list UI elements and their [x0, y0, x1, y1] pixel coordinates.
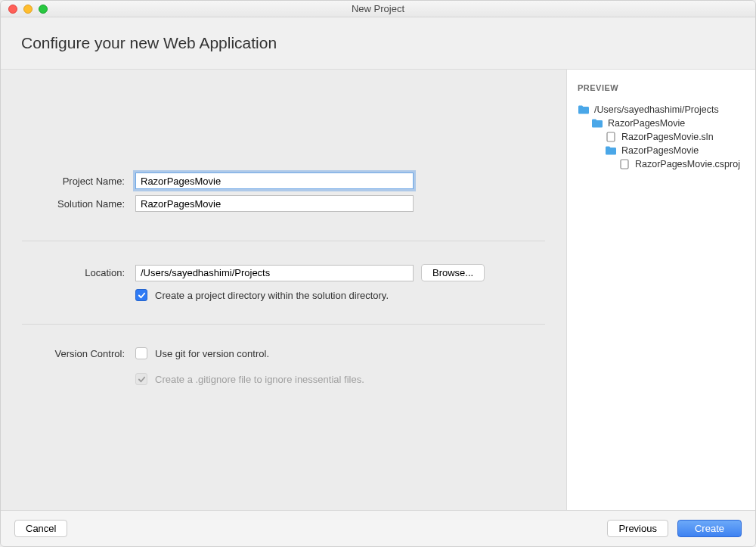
tree-item: /Users/sayedhashimi/Projects	[578, 103, 745, 117]
previous-button[interactable]: Previous	[607, 520, 668, 537]
preview-tree: /Users/sayedhashimi/ProjectsRazorPagesMo…	[578, 103, 745, 171]
preview-panel: PREVIEW /Users/sayedhashimi/ProjectsRazo…	[566, 70, 755, 510]
project-name-input[interactable]	[135, 172, 414, 189]
divider	[22, 324, 545, 325]
tree-item-label: RazorPagesMovie	[608, 118, 685, 129]
version-control-label: Version Control:	[22, 348, 135, 359]
check-icon	[138, 291, 146, 300]
location-label: Location:	[22, 267, 135, 278]
create-button[interactable]: Create	[677, 520, 742, 537]
folder-icon	[591, 118, 603, 129]
use-git-label: Use git for version control.	[155, 348, 269, 359]
tree-item: RazorPagesMovie.sln	[578, 130, 745, 144]
svg-rect-0	[607, 132, 615, 141]
tree-item-label: /Users/sayedhashimi/Projects	[594, 104, 719, 115]
file-icon	[605, 132, 617, 142]
footer: Cancel Previous Create	[1, 510, 755, 546]
page-title: Configure your new Web Application	[21, 34, 735, 52]
check-icon	[138, 375, 146, 384]
create-project-dir-checkbox[interactable]	[135, 289, 147, 301]
main-content: Project Name: Solution Name: Location: B…	[1, 70, 755, 510]
tree-item: RazorPagesMovie	[578, 144, 745, 157]
tree-item-label: RazorPagesMovie.sln	[621, 132, 714, 142]
use-git-checkbox[interactable]	[135, 347, 147, 359]
solution-name-label: Solution Name:	[22, 198, 135, 210]
form-panel: Project Name: Solution Name: Location: B…	[1, 70, 566, 510]
folder-icon	[605, 145, 617, 156]
version-control-section: Version Control: Use git for version con…	[22, 347, 545, 408]
project-name-label: Project Name:	[22, 176, 135, 187]
tree-item-label: RazorPagesMovie	[621, 145, 699, 156]
gitignore-label: Create a .gitignore file to ignore iness…	[155, 374, 364, 385]
solution-name-input[interactable]	[135, 195, 414, 212]
tree-item: RazorPagesMovie	[578, 117, 745, 130]
browse-button[interactable]: Browse...	[421, 264, 485, 281]
naming-section: Project Name: Solution Name:	[22, 172, 545, 241]
preview-heading: PREVIEW	[578, 83, 745, 92]
tree-item: RazorPagesMovie.csproj	[578, 157, 745, 171]
header: Configure your new Web Application	[1, 17, 755, 70]
gitignore-checkbox	[135, 373, 147, 385]
tree-item-label: RazorPagesMovie.csproj	[635, 159, 740, 169]
location-input[interactable]	[135, 265, 414, 281]
location-section: Location: Browse... Create a project dir…	[22, 264, 545, 324]
window-title: New Project	[1, 3, 755, 14]
folder-icon	[578, 104, 590, 115]
divider	[22, 241, 545, 241]
svg-rect-1	[621, 160, 628, 169]
cancel-button[interactable]: Cancel	[14, 520, 67, 537]
create-project-dir-label: Create a project directory within the so…	[155, 290, 389, 301]
titlebar: New Project	[1, 1, 755, 17]
file-icon	[618, 159, 631, 169]
